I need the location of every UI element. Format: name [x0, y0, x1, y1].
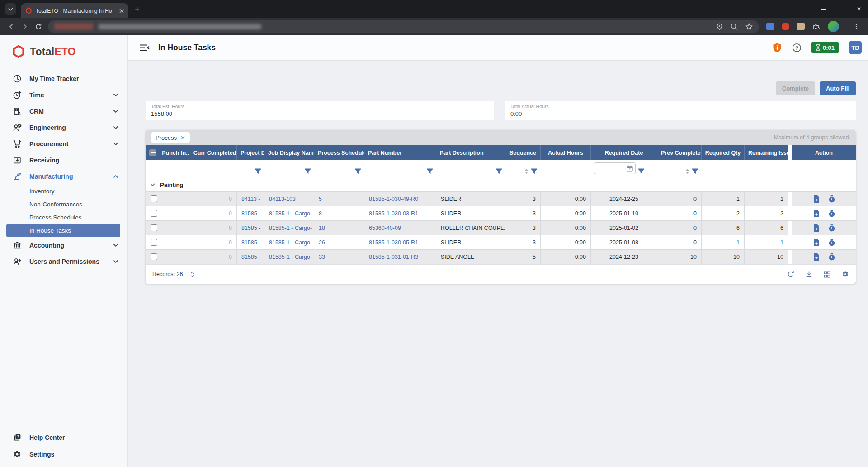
add-note-icon[interactable] — [813, 239, 820, 246]
location-pin-icon[interactable] — [716, 23, 723, 30]
punch-clock-icon[interactable] — [829, 195, 835, 203]
sidebar-item-procurement[interactable]: Procurement — [0, 136, 127, 152]
filter-funnel-icon[interactable] — [531, 168, 538, 174]
filter-funnel-icon[interactable] — [354, 168, 361, 174]
sidebar-item-help-center[interactable]: ?Help Center — [0, 429, 127, 446]
number-spinner-icon[interactable] — [524, 168, 528, 174]
sidebar-item-process-schedules[interactable]: Process Schedules — [0, 211, 127, 224]
sidebar-item-receiving[interactable]: Receiving — [0, 152, 127, 168]
filter-input-job[interactable] — [268, 167, 302, 174]
row-checkbox[interactable] — [151, 253, 157, 260]
sidebar-item-my-time-tracker[interactable]: My Time Tracker — [0, 71, 127, 87]
number-spinner-icon[interactable] — [685, 168, 689, 174]
group-collapse-icon[interactable] — [150, 183, 155, 186]
refresh-icon[interactable] — [787, 271, 794, 278]
tab-close-icon[interactable] — [119, 9, 124, 13]
sched-link[interactable]: 8 — [314, 206, 364, 220]
filter-funnel-icon[interactable] — [692, 168, 698, 174]
extension-icon-1[interactable] — [766, 23, 774, 30]
filter-input-prev[interactable] — [660, 167, 683, 174]
sidebar-item-manufacturing[interactable]: Manufacturing — [0, 168, 127, 185]
extension-icon-2[interactable] — [797, 23, 805, 30]
row-checkbox[interactable] — [151, 239, 157, 246]
user-avatar[interactable]: TD — [849, 41, 862, 54]
sidebar-item-accounting[interactable]: Accounting — [0, 237, 127, 253]
column-header-prev[interactable]: Prev Completed — [657, 145, 702, 160]
group-chip-process[interactable]: Process ✕ — [151, 132, 190, 143]
records-spinner[interactable] — [190, 271, 194, 278]
add-note-icon[interactable] — [813, 195, 820, 203]
filter-funnel-icon[interactable] — [426, 168, 433, 174]
bookmark-star-icon[interactable] — [745, 23, 753, 30]
sidebar-item-inventory[interactable]: Inventory — [0, 185, 127, 198]
extensions-puzzle-icon[interactable] — [812, 23, 820, 30]
part-link[interactable]: 81585-1-030-05-R1 — [364, 235, 436, 249]
window-minimize-button[interactable] — [814, 0, 832, 18]
tab-search-button[interactable] — [5, 3, 16, 15]
calendar-icon[interactable]: 7 — [627, 165, 633, 172]
sched-link[interactable]: 26 — [314, 235, 364, 249]
select-all-checkbox[interactable] — [149, 149, 156, 156]
profile-avatar[interactable] — [828, 21, 839, 32]
help-icon[interactable]: ? — [792, 43, 802, 52]
sidebar-collapse-icon[interactable] — [139, 44, 150, 52]
sched-link[interactable]: 5 — [314, 192, 364, 206]
part-link[interactable]: 81585-1-031-01-R3 — [364, 250, 436, 264]
part-link[interactable]: 81585-1-030-49-R0 — [364, 192, 436, 206]
project-link[interactable]: 81585 - — [237, 250, 264, 264]
column-header-job[interactable]: Job Display Name — [264, 145, 314, 160]
window-close-button[interactable]: ✕ — [850, 0, 868, 18]
project-link[interactable]: 81585 - — [237, 235, 264, 249]
punch-clock-icon[interactable] — [829, 239, 835, 246]
filter-input-sched[interactable] — [317, 167, 352, 174]
back-button[interactable] — [5, 20, 18, 33]
alert-shield-icon[interactable] — [772, 43, 782, 53]
column-header-select[interactable] — [146, 145, 162, 160]
address-bar[interactable] — [48, 20, 759, 33]
project-link[interactable]: 81585 - — [237, 206, 264, 220]
add-note-icon[interactable] — [813, 253, 820, 261]
filter-input-project[interactable] — [240, 167, 252, 174]
project-link[interactable]: 84113 - — [237, 192, 264, 206]
column-header-seq[interactable]: Sequence — [505, 145, 541, 160]
sched-link[interactable]: 33 — [314, 250, 364, 264]
punch-clock-icon[interactable] — [829, 253, 835, 261]
filter-date-input[interactable]: 7 — [594, 162, 636, 174]
row-checkbox[interactable] — [151, 224, 157, 231]
column-header-date[interactable]: Required Date — [591, 145, 657, 160]
punch-clock-icon[interactable] — [829, 210, 835, 217]
filter-funnel-icon[interactable] — [638, 168, 645, 174]
sched-link[interactable]: 18 — [314, 221, 364, 235]
filter-funnel-icon[interactable] — [304, 168, 311, 174]
row-checkbox[interactable] — [151, 195, 157, 202]
export-download-icon[interactable] — [806, 271, 812, 278]
part-link[interactable]: 81585-1-030-03-R1 — [364, 206, 436, 220]
browser-menu-icon[interactable]: ⋮ — [853, 23, 860, 31]
column-header-action[interactable]: Action — [788, 145, 856, 160]
column-header-punch[interactable]: Punch In.. — [162, 145, 193, 160]
zoom-icon[interactable] — [731, 23, 738, 30]
sidebar-item-users-and-permissions[interactable]: Users and Permissions — [0, 253, 127, 270]
adblock-icon[interactable] — [782, 23, 789, 30]
browser-tab[interactable]: TotalETO - Manufacturing In Ho — [21, 3, 128, 18]
filter-input-part[interactable] — [368, 167, 424, 174]
sidebar-item-engineering[interactable]: Engineering — [0, 119, 127, 136]
window-maximize-button[interactable] — [832, 0, 850, 18]
grid-settings-gear-icon[interactable] — [842, 271, 849, 278]
reload-button[interactable] — [32, 20, 45, 33]
job-link[interactable]: 81585-1 - Cargo- — [264, 235, 314, 249]
sidebar-item-crm[interactable]: CRM — [0, 103, 127, 119]
total-est-hours-field[interactable]: Total Est. Hours 1558:00 — [146, 101, 494, 120]
sidebar-item-settings[interactable]: Settings — [0, 446, 127, 462]
punch-clock-icon[interactable] — [829, 224, 835, 232]
job-link[interactable]: 81585-1 - Cargo- — [264, 221, 314, 235]
column-header-sched[interactable]: Process Schedule — [314, 145, 364, 160]
project-link[interactable]: 81585 - — [237, 221, 264, 235]
job-link[interactable]: 84113-103 — [264, 192, 314, 206]
job-link[interactable]: 81585-1 - Cargo- — [264, 206, 314, 220]
job-link[interactable]: 81585-1 - Cargo- — [264, 250, 314, 264]
sidebar-item-time[interactable]: Time — [0, 87, 127, 103]
filter-input-seq[interactable] — [509, 167, 522, 174]
filter-funnel-icon[interactable] — [255, 168, 261, 174]
column-header-curr[interactable]: Curr Completed — [193, 145, 237, 160]
